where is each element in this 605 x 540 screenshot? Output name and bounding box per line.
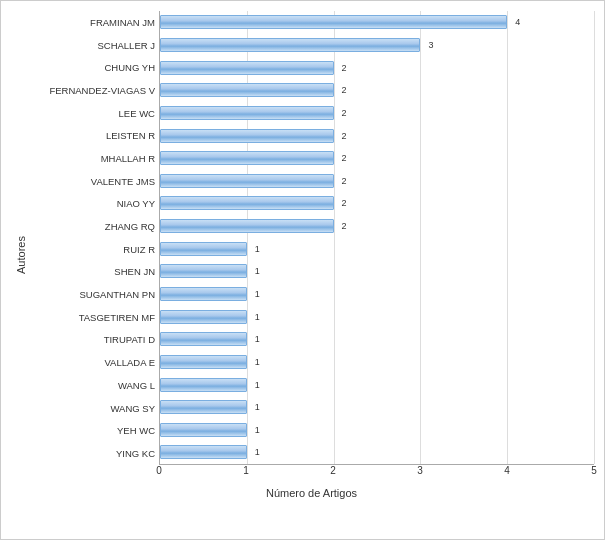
- bar-row: 4: [160, 12, 594, 33]
- author-label: FERNANDEZ-VIAGAS V: [29, 80, 159, 101]
- author-label: SHEN JN: [29, 261, 159, 282]
- bar-value-label: 1: [255, 380, 260, 390]
- author-label: LEE WC: [29, 103, 159, 124]
- bar-value-label: 2: [342, 176, 347, 186]
- bar: 1: [160, 264, 247, 278]
- author-label: YING KC: [29, 443, 159, 464]
- grid-line: [594, 11, 595, 464]
- bars-inner: FRAMINAN JMSCHALLER JCHUNG YHFERNANDEZ-V…: [29, 11, 594, 465]
- author-label: WANG SY: [29, 398, 159, 419]
- author-label: ZHANG RQ: [29, 216, 159, 237]
- author-label: WANG L: [29, 375, 159, 396]
- bar-row: 1: [160, 306, 594, 327]
- bar-value-label: 1: [255, 334, 260, 344]
- bar-row: 2: [160, 170, 594, 191]
- bar-row: 1: [160, 351, 594, 372]
- bar: 1: [160, 400, 247, 414]
- bar-value-label: 1: [255, 402, 260, 412]
- y-axis-label: Autores: [11, 11, 29, 499]
- bar-row: 1: [160, 329, 594, 350]
- bar: 3: [160, 38, 420, 52]
- bar-row: 1: [160, 374, 594, 395]
- bar-value-label: 3: [428, 40, 433, 50]
- author-label: MHALLAH R: [29, 148, 159, 169]
- bar: 1: [160, 332, 247, 346]
- bar-value-label: 2: [342, 221, 347, 231]
- bar-value-label: 1: [255, 266, 260, 276]
- author-label: TIRUPATI D: [29, 329, 159, 350]
- bar: 1: [160, 445, 247, 459]
- bar-value-label: 2: [342, 198, 347, 208]
- bar: 1: [160, 310, 247, 324]
- chart-container: Autores FRAMINAN JMSCHALLER JCHUNG YHFER…: [0, 0, 605, 540]
- bar: 2: [160, 129, 334, 143]
- x-tick-label: 3: [417, 465, 423, 476]
- bar-value-label: 1: [255, 312, 260, 322]
- bar-row: 2: [160, 57, 594, 78]
- bar: 1: [160, 423, 247, 437]
- bar-row: 2: [160, 80, 594, 101]
- bar: 2: [160, 61, 334, 75]
- bars-section: FRAMINAN JMSCHALLER JCHUNG YHFERNANDEZ-V…: [29, 11, 594, 499]
- bar-row: 2: [160, 193, 594, 214]
- x-axis-labels: 012345: [159, 465, 594, 483]
- bar: 2: [160, 106, 334, 120]
- bar: 2: [160, 151, 334, 165]
- bar-row: 2: [160, 216, 594, 237]
- bar-value-label: 2: [342, 85, 347, 95]
- author-labels: FRAMINAN JMSCHALLER JCHUNG YHFERNANDEZ-V…: [29, 11, 159, 465]
- bar: 1: [160, 378, 247, 392]
- bar-value-label: 1: [255, 289, 260, 299]
- bar: 1: [160, 287, 247, 301]
- author-label: RUIZ R: [29, 239, 159, 260]
- x-tick-label: 4: [504, 465, 510, 476]
- bar-value-label: 1: [255, 244, 260, 254]
- bar-row: 2: [160, 102, 594, 123]
- x-tick-label: 5: [591, 465, 597, 476]
- bar-row: 1: [160, 261, 594, 282]
- author-label: VALLADA E: [29, 352, 159, 373]
- bar-row: 1: [160, 419, 594, 440]
- bar: 2: [160, 219, 334, 233]
- bar-row: 1: [160, 284, 594, 305]
- bar-row: 2: [160, 148, 594, 169]
- bar-value-label: 2: [342, 63, 347, 73]
- bar-value-label: 2: [342, 108, 347, 118]
- author-label: NIAO YY: [29, 193, 159, 214]
- bar-value-label: 1: [255, 425, 260, 435]
- bar-value-label: 1: [255, 357, 260, 367]
- bar-value-label: 4: [515, 17, 520, 27]
- bar-row: 1: [160, 442, 594, 463]
- bar-value-label: 2: [342, 153, 347, 163]
- bar-value-label: 2: [342, 131, 347, 141]
- x-tick-label: 0: [156, 465, 162, 476]
- bar: 2: [160, 83, 334, 97]
- author-label: FRAMINAN JM: [29, 12, 159, 33]
- author-label: LEISTEN R: [29, 125, 159, 146]
- author-label: SCHALLER J: [29, 35, 159, 56]
- x-tick-label: 1: [243, 465, 249, 476]
- x-tick-label: 2: [330, 465, 336, 476]
- bar-row: 3: [160, 34, 594, 55]
- author-label: YEH WC: [29, 420, 159, 441]
- bar-row: 2: [160, 125, 594, 146]
- bar-value-label: 1: [255, 447, 260, 457]
- bar: 2: [160, 196, 334, 210]
- bar: 4: [160, 15, 507, 29]
- author-label: VALENTE JMS: [29, 171, 159, 192]
- bar-row: 1: [160, 238, 594, 259]
- author-label: SUGANTHAN PN: [29, 284, 159, 305]
- bar-area: 43222222221111111111: [159, 11, 594, 465]
- chart-area: Autores FRAMINAN JMSCHALLER JCHUNG YHFER…: [11, 11, 594, 499]
- bar: 1: [160, 355, 247, 369]
- x-axis-title: Número de Artigos: [29, 487, 594, 499]
- bar: 1: [160, 242, 247, 256]
- author-label: TASGETIREN MF: [29, 307, 159, 328]
- bar: 2: [160, 174, 334, 188]
- bar-row: 1: [160, 397, 594, 418]
- author-label: CHUNG YH: [29, 57, 159, 78]
